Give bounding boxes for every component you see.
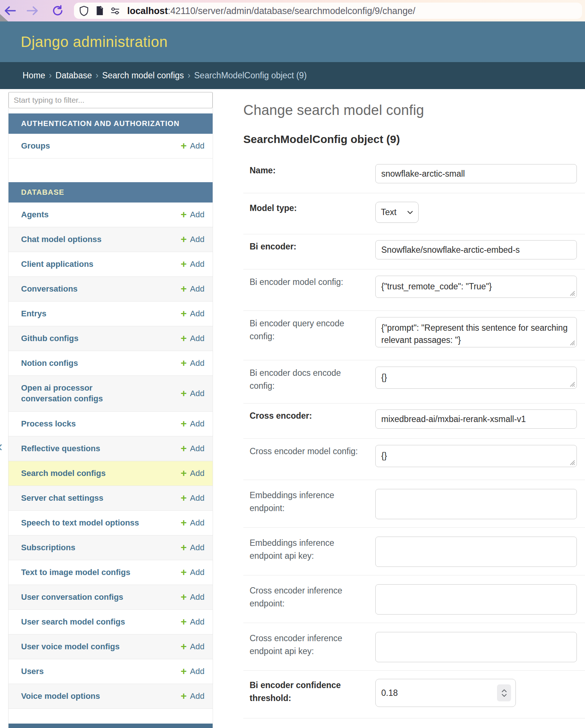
field-label: Name: — [250, 164, 275, 177]
form-row: Bi encoder confidence threshold:0.18 — [243, 671, 585, 718]
form-row: Embeddings inference endpoint: — [243, 480, 585, 528]
add-link[interactable]: +Add — [180, 443, 204, 454]
add-link[interactable]: +Add — [180, 259, 204, 269]
breadcrumb-link[interactable]: Home — [23, 71, 45, 80]
sidebar-model-link[interactable]: Entrys — [21, 309, 46, 319]
sidebar-model-link[interactable]: Subscriptions — [21, 542, 75, 553]
url-bar[interactable]: localhost:42110/server/admin/database/se… — [74, 3, 582, 19]
text-input[interactable] — [375, 164, 577, 183]
sidebar-model-link[interactable]: Search model configs — [21, 468, 106, 479]
model-type-select[interactable]: Text — [375, 202, 419, 223]
field-label: Cross encoder model config: — [250, 445, 358, 458]
form-row: Embeddings inference endpoint api key: — [243, 528, 585, 575]
json-textarea[interactable]: {"prompt": "Represent this sentence for … — [375, 317, 577, 347]
add-link[interactable]: +Add — [180, 666, 204, 677]
shield-icon[interactable] — [79, 6, 89, 16]
sidebar-model-link[interactable]: Client applications — [21, 259, 94, 270]
sidebar-model-link[interactable]: User search model configs — [21, 617, 125, 627]
add-link[interactable]: +Add — [180, 284, 204, 294]
plus-icon: + — [180, 642, 186, 652]
add-link[interactable]: +Add — [180, 388, 204, 399]
field-label: Cross encoder inference endpoint: — [250, 584, 361, 610]
browser-back-button[interactable] — [2, 0, 18, 21]
add-link[interactable]: +Add — [180, 234, 204, 245]
add-link[interactable]: +Add — [180, 518, 204, 528]
page-icon[interactable] — [95, 6, 104, 16]
field-label: Embeddings inference endpoint: — [250, 489, 361, 514]
sidebar-model-link[interactable]: Agents — [21, 210, 49, 220]
endpoint-input[interactable] — [375, 632, 577, 662]
field-control-col — [375, 584, 585, 615]
sidebar-model-link[interactable]: Text to image model configs — [21, 567, 130, 578]
number-stepper[interactable] — [497, 684, 511, 701]
nav-sidebar: AUTHENTICATION AND AUTHORIZATIONGroups+A… — [8, 92, 213, 728]
add-link[interactable]: +Add — [180, 567, 204, 578]
field-label: Bi encoder: — [250, 240, 297, 253]
sidebar-model-link[interactable]: Chat model optionss — [21, 234, 102, 245]
browser-forward-button[interactable] — [24, 0, 41, 21]
field-control-col — [375, 164, 585, 183]
sidebar-model-link[interactable]: Conversations — [21, 284, 78, 295]
add-link[interactable]: +Add — [180, 468, 204, 479]
sidebar-model-link[interactable]: Process locks — [21, 419, 76, 429]
sidebar-filter-input[interactable] — [9, 92, 213, 108]
text-input[interactable] — [375, 240, 577, 259]
sidebar-model-link[interactable]: Github configs — [21, 333, 78, 344]
field-control-col — [375, 240, 585, 259]
sidebar-model-link[interactable]: Users — [21, 666, 44, 677]
field-label-col: Bi encoder: — [243, 240, 375, 259]
endpoint-input[interactable] — [375, 489, 577, 519]
number-input[interactable]: 0.18 — [375, 679, 516, 707]
breadcrumb-link[interactable]: Database — [55, 71, 92, 80]
add-link[interactable]: +Add — [180, 309, 204, 319]
sidebar-model-link[interactable]: Notion configs — [21, 358, 78, 369]
sidebar-model-link[interactable]: User conversation configs — [21, 592, 123, 603]
field-label-col: Embeddings inference endpoint: — [243, 489, 375, 519]
json-textarea[interactable]: {} — [375, 367, 577, 389]
endpoint-input[interactable] — [375, 537, 577, 567]
sidebar-model-link[interactable]: Speech to text model optionss — [21, 518, 139, 528]
sidebar-model-link[interactable]: User voice model configs — [21, 642, 120, 652]
browser-refresh-button[interactable] — [50, 0, 66, 21]
add-link-label: Add — [190, 235, 204, 244]
add-link[interactable]: +Add — [180, 542, 204, 553]
plus-icon: + — [180, 284, 186, 294]
add-link[interactable]: +Add — [180, 493, 204, 503]
sidebar-model-link[interactable]: Groups — [21, 141, 50, 152]
add-link[interactable]: +Add — [180, 691, 204, 701]
sidebar-model-link[interactable]: Server chat settingss — [21, 493, 104, 504]
site-title-link[interactable]: Django administration — [21, 34, 168, 50]
field-label: Bi encoder model config: — [250, 276, 343, 289]
plus-icon: + — [180, 493, 186, 503]
sidebar-model-link[interactable]: Voice model options — [21, 691, 100, 702]
field-control-col: {} — [375, 445, 585, 469]
endpoint-input[interactable] — [375, 584, 577, 615]
text-input[interactable] — [375, 409, 577, 429]
sidebar-toggle[interactable]: ‹ — [0, 439, 3, 453]
add-link[interactable]: +Add — [180, 358, 204, 368]
permission-toggles-icon[interactable] — [110, 6, 120, 16]
stepper-down-icon — [501, 694, 507, 697]
sidebar-model-link[interactable]: Open ai processor conversation configs — [21, 383, 114, 404]
plus-icon: + — [180, 388, 186, 399]
add-link[interactable]: +Add — [180, 592, 204, 602]
add-link[interactable]: +Add — [180, 642, 204, 652]
json-textarea[interactable]: {"trust_remote_code": "True"} — [375, 276, 577, 298]
sidebar-model-link[interactable]: Reflective questions — [21, 443, 100, 454]
url-text[interactable]: localhost:42110/server/admin/database/se… — [127, 6, 415, 16]
add-link[interactable]: +Add — [180, 333, 204, 344]
form-row: Bi encoder model config:{"trust_remote_c… — [243, 269, 585, 311]
sidebar-model-row: Voice model options+Add — [9, 684, 213, 709]
json-textarea[interactable]: {} — [375, 445, 577, 467]
plus-icon: + — [180, 333, 186, 344]
add-link[interactable]: +Add — [180, 141, 204, 151]
plus-icon: + — [180, 210, 186, 220]
plus-icon: + — [180, 141, 186, 151]
add-link[interactable]: +Add — [180, 617, 204, 627]
add-link[interactable]: +Add — [180, 419, 204, 429]
number-value: 0.18 — [381, 688, 497, 698]
add-link[interactable]: +Add — [180, 210, 204, 220]
field-control-col: 0.18 — [375, 679, 585, 707]
breadcrumb-link[interactable]: Search model configs — [102, 71, 184, 80]
admin-header: Django administration — [0, 21, 585, 62]
